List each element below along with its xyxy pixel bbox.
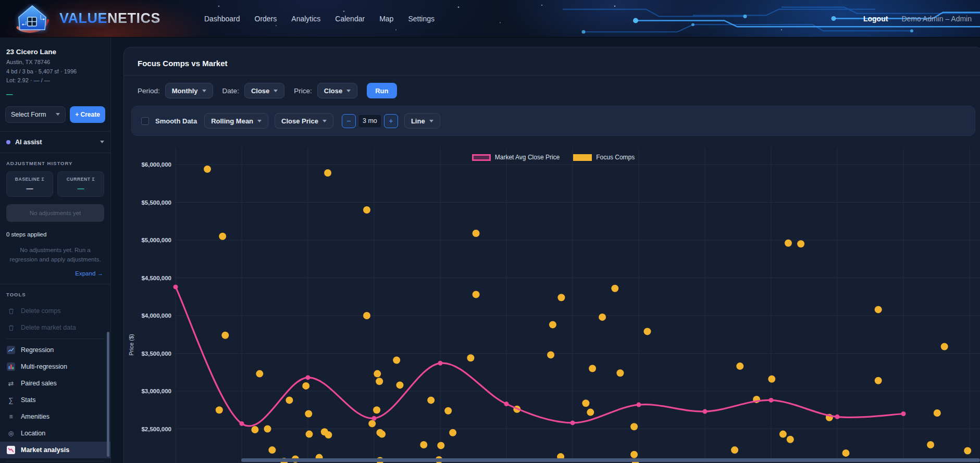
scatter-point [396,381,404,389]
tool-item-amenities[interactable]: ≡Amenities [0,408,110,425]
chevron-down-icon [56,113,60,116]
scatter-point [449,429,456,436]
y-axis-tick-labels: $6,000,000$5,500,000$5,000,000$4,500,000… [141,161,171,432]
tool-item-label: Delete comps [21,307,60,315]
brand-word-netics: NETICS [107,10,160,26]
sidebar-divider [6,339,104,339]
legend-item-market-avg[interactable]: Market Avg Close Price [472,154,560,161]
line-marker [240,421,244,426]
scatter-point [325,431,332,439]
smooth-data-checkbox[interactable] [141,117,149,125]
legend-item-focus-comps[interactable]: Focus Comps [573,154,635,161]
window-decrease-button[interactable]: − [342,114,356,128]
y-tick-label: $4,500,000 [141,275,171,281]
brand-logo[interactable]: VALUENETICS [14,4,202,34]
chart-line-icon [6,345,16,355]
line-marker [703,409,708,414]
scatter-point [427,396,435,404]
nav-item-analytics[interactable]: Analytics [291,15,320,23]
house-circuit-logo-icon [14,4,51,34]
smoothing-method-value: Rolling Mean [211,117,253,125]
scatter-point [630,451,638,458]
window-stepper: − 3 mo + [342,114,398,128]
run-button[interactable]: Run [367,83,396,98]
card-header: Focus Comps vs Market [124,47,980,75]
tool-item-delete-comps[interactable]: Delete comps [0,303,110,319]
nav-item-dashboard[interactable]: Dashboard [204,15,240,23]
brand-word-value: VALUE [59,10,107,26]
scatter-point [302,382,309,390]
ai-assist-toggle[interactable]: AI assist [0,132,110,153]
scatter-point [256,370,263,378]
tool-item-regression[interactable]: Regression [0,342,110,358]
select-form-dropdown[interactable]: Select Form [5,106,66,123]
smoothing-field-select[interactable]: Close Price [275,113,333,129]
current-stat-box: CURRENT Σ — [57,171,104,197]
line-marker [901,411,906,416]
chart-gridlines [176,147,980,463]
scatter-point [420,441,427,448]
scatter-point [785,240,792,247]
period-select[interactable]: Monthly [165,83,213,98]
price-select[interactable]: Close [317,83,357,98]
chart-down-icon [6,445,16,455]
scatter-point [842,449,850,457]
form-actions-row: Select Form + Create [0,98,110,131]
logout-button[interactable]: Logout [863,15,888,23]
line-marker [504,402,509,406]
tool-item-paired-sales[interactable]: ⇄Paired sales [0,375,110,392]
y-tick-label: $3,000,000 [141,388,171,394]
scatter-point [393,357,400,364]
tool-item-market-analysis[interactable]: Market analysis [0,442,110,458]
nav-item-settings[interactable]: Settings [408,15,435,23]
target-icon: ◎ [6,429,16,438]
scatter-point [368,420,376,427]
focus-comps-swatch-icon [573,154,592,161]
tool-item-location[interactable]: ◎Location [0,425,110,442]
scatter-point [589,365,596,372]
y-tick-label: $4,000,000 [141,312,171,319]
scatter-point [731,446,738,454]
scatter-point [374,370,381,378]
tool-item-multi-regression[interactable]: Multi-regression [0,358,110,375]
smoothing-method-select[interactable]: Rolling Mean [204,113,268,129]
user-label: Demo Admin – Admin [901,15,972,23]
list-icon: ≡ [6,412,16,421]
line-marker [306,375,311,380]
y-tick-label: $2,500,000 [141,426,171,432]
date-select[interactable]: Close [244,83,284,98]
tool-item-stats[interactable]: ∑Stats [0,392,110,408]
chevron-down-icon [100,141,104,143]
trash-icon [6,323,16,332]
window-increase-button[interactable]: + [384,114,398,128]
scatter-point [768,376,775,383]
chart-style-select[interactable]: Line [404,113,440,129]
tools-title: TOOLS [0,284,110,303]
main-nav: DashboardOrdersAnalyticsCalendarMapSetti… [204,15,435,23]
tool-item-label: Stats [21,396,36,404]
tool-item-delete-market-data[interactable]: Delete market data [0,319,110,336]
chart-style-value: Line [411,117,425,125]
nav-item-orders[interactable]: Orders [255,15,277,23]
scatter-point [363,206,370,214]
swap-arrows-icon: ⇄ [6,379,16,388]
expand-link[interactable]: Expand → [0,264,110,284]
chevron-down-icon [429,120,433,122]
legend-focus-label: Focus Comps [596,154,635,161]
nav-item-calendar[interactable]: Calendar [335,15,365,23]
scatter-point [964,447,971,455]
no-adjustments-button[interactable]: No adjustments yet [6,204,104,222]
scatter-point [587,409,594,416]
y-tick-label: $3,500,000 [141,351,171,357]
create-button[interactable]: + Create [70,106,105,123]
scatter-point [547,351,554,358]
tool-item-label: Market analysis [21,446,69,454]
price-label: Price: [294,87,312,95]
ai-assist-status-icon [6,140,10,144]
adjustment-hint-text: No adjustments yet. Run a regression and… [0,237,110,265]
market-avg-line [176,287,903,426]
sidebar-scrollbar[interactable] [107,332,109,457]
nav-item-map[interactable]: Map [379,15,393,23]
horizontal-scrollbar-thumb[interactable] [241,458,980,462]
scatter-point [630,423,638,430]
